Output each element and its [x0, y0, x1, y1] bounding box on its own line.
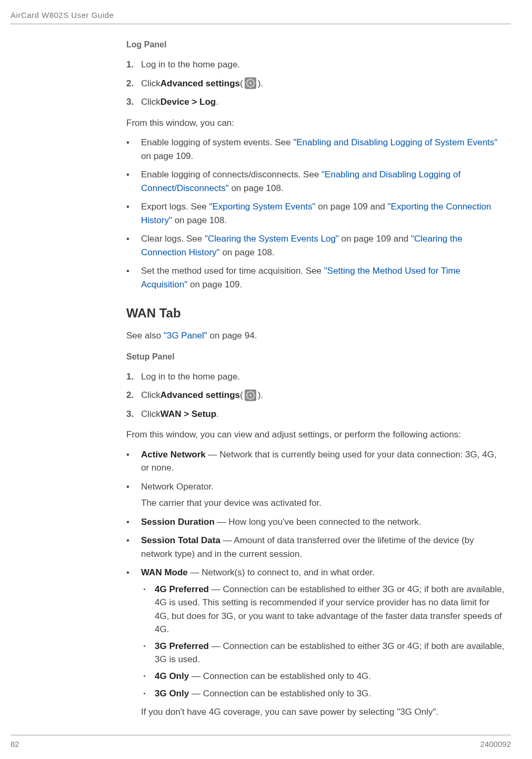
bullet-text: Enable logging of connects/disconnects. … — [141, 169, 322, 179]
step-text: Log in to the home page. — [141, 58, 240, 72]
bullet-text: on page 109 and — [315, 202, 387, 212]
doc-number: 2400092 — [480, 740, 511, 748]
bullet-item: WAN Mode — Network(s) to connect to, and… — [126, 566, 506, 718]
bullet-item: Network Operator. The carrier that your … — [126, 480, 506, 510]
bullet-item: Export logs. See "Exporting System Event… — [126, 200, 506, 227]
sub-bold: 3G Only — [155, 688, 189, 698]
bullet-bold: Session Total Data — [141, 535, 220, 545]
step-prefix: Click — [141, 95, 160, 109]
page-content: Log Panel 1. Log in to the home page. 2.… — [126, 40, 506, 718]
step-number: 1. — [126, 58, 141, 72]
sub-bullet-item: 3G Only — Connection can be established … — [141, 687, 506, 701]
step-suffix: . — [216, 407, 219, 421]
wan-mode-note: If you don't have 4G coverage, you can s… — [141, 705, 506, 719]
bullet-text: Network Operator. — [141, 482, 214, 492]
step-number: 2. — [126, 77, 141, 91]
gear-icon — [244, 77, 257, 89]
step-bold: Advanced settings — [160, 388, 240, 402]
cross-ref-link[interactable]: "Exporting System Events" — [209, 202, 315, 212]
step-number: 3. — [126, 95, 141, 109]
bullet-bold: Active Network — [141, 450, 206, 460]
bullet-text: — How long you've been connected to the … — [215, 517, 421, 527]
bullet-bold: Session Duration — [141, 517, 215, 527]
step-text: Click Advanced settings ( ). — [141, 77, 263, 91]
setup-panel-heading: Setup Panel — [126, 352, 506, 362]
bullet-item: Enable logging of system events. See "En… — [126, 136, 506, 163]
page-number: 82 — [11, 740, 19, 748]
svg-point-2 — [249, 82, 252, 85]
log-panel-steps: 1. Log in to the home page. 2. Click Adv… — [126, 58, 506, 109]
bullet-text: on page 108. — [229, 183, 284, 193]
step-text: Click WAN > Setup . — [141, 407, 219, 421]
step-item: 3. Click Device > Log . — [126, 95, 506, 109]
bullet-text: Enable logging of system events. See — [141, 137, 293, 147]
bullet-bold: WAN Mode — [141, 567, 188, 577]
step-item: 1. Log in to the home page. — [126, 58, 506, 72]
sub-bold: 4G Only — [155, 671, 189, 681]
step-suffix: ). — [258, 77, 263, 91]
step-item: 1. Log in to the home page. — [126, 370, 506, 384]
bullet-text: on page 109 and — [339, 234, 411, 244]
cross-ref-link[interactable]: "Clearing the System Events Log" — [205, 234, 339, 244]
sub-bold: 4G Preferred — [155, 584, 209, 594]
step-number: 3. — [126, 407, 141, 421]
log-panel-heading: Log Panel — [126, 40, 506, 49]
bullet-text: — Network(s) to connect to, and in what … — [188, 567, 375, 577]
step-bold: WAN > Setup — [160, 407, 216, 421]
log-panel-intro: From this window, you can: — [126, 116, 506, 130]
page-footer: 82 2400092 — [11, 735, 511, 748]
bullet-text: Set the method used for time acquisition… — [141, 266, 324, 276]
sub-bullet-item: 4G Preferred — Connection can be establi… — [141, 583, 506, 636]
bullet-item: Enable logging of connects/disconnects. … — [126, 168, 506, 195]
running-header: AirCard W802S User Guide — [11, 11, 511, 19]
step-suffix: . — [216, 95, 218, 109]
setup-panel-bullets: Active Network — Network that is current… — [126, 448, 506, 719]
cross-ref-link[interactable]: "3G Panel" — [164, 331, 207, 341]
log-panel-bullets: Enable logging of system events. See "En… — [126, 136, 506, 291]
step-bold: Advanced settings — [160, 77, 240, 91]
bullet-item: Clear logs. See "Clearing the System Eve… — [126, 232, 506, 259]
wan-tab-heading: WAN Tab — [126, 306, 506, 321]
sub-bullet-item: 4G Only — Connection can be established … — [141, 670, 506, 684]
bullet-text: on page 108. — [172, 215, 227, 225]
step-item: 2. Click Advanced settings ( ). — [126, 77, 506, 91]
step-bold: Device > Log — [160, 95, 216, 109]
step-item: 3. Click WAN > Setup . — [126, 407, 506, 421]
svg-point-13 — [249, 394, 252, 396]
step-suffix: ). — [258, 388, 263, 402]
step-suffix: ( — [240, 77, 243, 91]
sub-text: — Connection can be established only to … — [189, 688, 371, 698]
step-number: 1. — [126, 370, 141, 384]
bullet-text: on page 109. — [141, 151, 193, 161]
bullet-item: Session Duration — How long you've been … — [126, 515, 506, 529]
step-text: Log in to the home page. — [141, 370, 240, 384]
step-suffix: ( — [240, 388, 243, 402]
seealso-text: See also — [126, 331, 164, 341]
setup-panel-intro: From this window, you can view and adjus… — [126, 428, 506, 442]
step-text: Click Device > Log . — [141, 95, 218, 109]
sub-bullet-item: 3G Preferred — Connection can be establi… — [141, 640, 506, 666]
bullet-note: The carrier that your device was activat… — [141, 496, 506, 510]
step-text: Click Advanced settings ( ). — [141, 388, 263, 402]
bullet-item: Set the method used for time acquisition… — [126, 264, 506, 291]
sub-bold: 3G Preferred — [155, 641, 209, 651]
cross-ref-link[interactable]: "Enabling and Disabling Logging of Syste… — [293, 137, 497, 147]
step-prefix: Click — [141, 388, 160, 402]
footer-divider — [11, 735, 511, 735]
gear-icon — [244, 389, 257, 402]
step-number: 2. — [126, 388, 141, 402]
step-prefix: Click — [141, 77, 160, 91]
step-item: 2. Click Advanced settings ( ). — [126, 388, 506, 402]
step-prefix: Click — [141, 407, 160, 421]
bullet-text: on page 109. — [187, 279, 242, 289]
seealso-text: on page 94. — [207, 331, 257, 341]
bullet-item: Session Total Data — Amount of data tran… — [126, 534, 506, 561]
wan-tab-seealso: See also "3G Panel" on page 94. — [126, 329, 506, 343]
bullet-text: Clear logs. See — [141, 234, 205, 244]
bullet-item: Active Network — Network that is current… — [126, 448, 506, 475]
bullet-text: Export logs. See — [141, 202, 209, 212]
wan-mode-sub-bullets: 4G Preferred — Connection can be establi… — [141, 583, 506, 701]
setup-panel-steps: 1. Log in to the home page. 2. Click Adv… — [126, 370, 506, 421]
bullet-text: on page 108. — [220, 247, 275, 257]
sub-text: — Connection can be established only to … — [189, 671, 371, 681]
